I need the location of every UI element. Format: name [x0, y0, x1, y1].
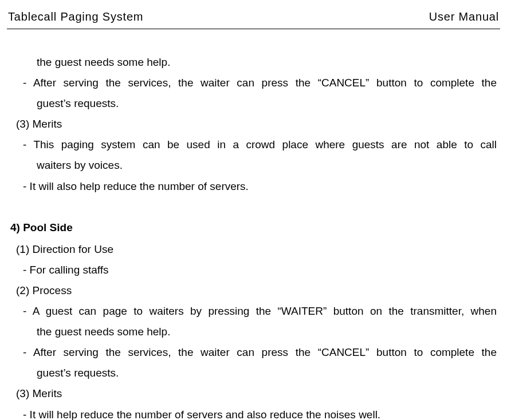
bullet-line: - After serving the services, the waiter… [10, 73, 497, 93]
bullet-line: - For calling staffs [10, 260, 497, 280]
bullet-line: - It will help reduce the number of serv… [10, 405, 497, 421]
bullet-line: - After serving the services, the waiter… [10, 342, 497, 363]
bullet-line: - This paging system can be used in a cr… [10, 134, 497, 155]
continuation-line: guest’s requests. [10, 93, 497, 114]
page-header: Tablecall Paging System User Manual [7, 6, 500, 29]
page-content: the guest needs some help. - After servi… [7, 52, 500, 420]
continuation-line: the guest needs some help. [10, 322, 497, 342]
bullet-line: - A guest can page to waiters by pressin… [10, 301, 497, 322]
subsection-title: (3) Merits [10, 383, 497, 404]
subsection-title: (1) Direction for Use [10, 239, 497, 260]
continuation-line: the guest needs some help. [10, 52, 497, 73]
continuation-line: guest’s requests. [10, 363, 497, 383]
header-title-left: Tablecall Paging System [8, 6, 143, 27]
bullet-line: - It will also help reduce the number of… [10, 176, 497, 197]
subsection-title: (3) Merits [10, 114, 497, 134]
subsection-title: (2) Process [10, 280, 497, 301]
continuation-line: waiters by voices. [10, 155, 497, 176]
section-title: 4) Pool Side [10, 217, 497, 238]
header-title-right: User Manual [429, 6, 499, 27]
